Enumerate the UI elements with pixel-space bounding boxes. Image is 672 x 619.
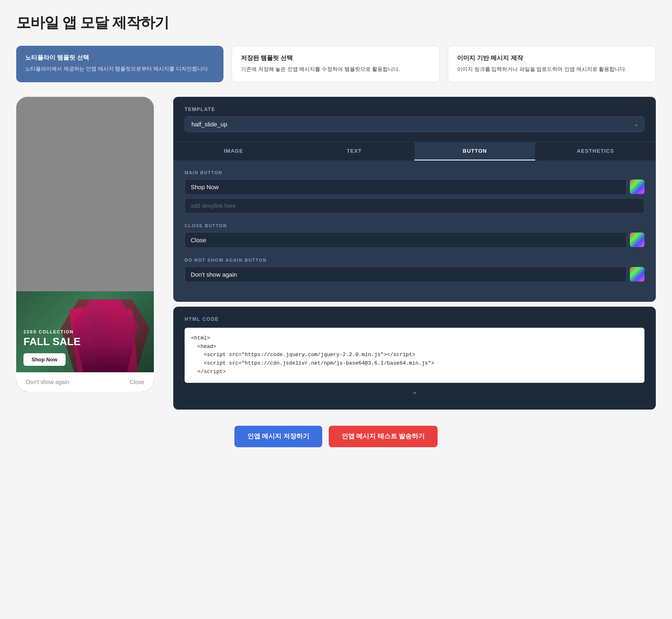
- template-select-wrapper: half_slide_up full_screen center_popup b…: [185, 116, 644, 132]
- option-card-saved[interactable]: 저장된 템플릿 선택 기존에 저장해 놓은 인앱 메시지를 수정하여 템플릿으로…: [232, 46, 440, 82]
- button-config: MAIN BUTTON CLOSE BUTTON DO NOT SHOW AGA…: [173, 160, 656, 302]
- main-button-input-row: [185, 179, 644, 195]
- config-panel: TEMPLATE half_slide_up full_screen cente…: [173, 97, 656, 142]
- html-code-section: HTML CODE <html> <head> <script src="htt…: [173, 307, 656, 410]
- do-not-show-button-label: DO NOT SHOW AGAIN BUTTON: [185, 258, 644, 263]
- ad-collection: 23SS COLLECTION: [23, 329, 81, 334]
- tab-button[interactable]: BUTTON: [415, 142, 535, 160]
- option-card-image-desc: 이미지 링크를 입력하거나 파일을 업로드하여 인앱 메시지로 활용합니다.: [457, 65, 646, 74]
- do-not-show-button-input-row: [185, 267, 644, 282]
- page-title: 모바일 앱 모달 제작하기: [16, 13, 656, 33]
- phone-top-gray: [16, 97, 154, 291]
- template-select[interactable]: half_slide_up full_screen center_popup b…: [185, 116, 644, 132]
- dont-show-again-link[interactable]: Don't show again: [26, 379, 69, 385]
- phone-ad-image: 23SS COLLECTION FALL SALE Shop Now: [16, 291, 154, 372]
- lipstick-3: [113, 309, 138, 372]
- phone-bottom-content: 23SS COLLECTION FALL SALE Shop Now Don't…: [16, 291, 154, 392]
- test-send-button[interactable]: 인앱 메시지 테스트 발송하기: [329, 426, 438, 447]
- ad-text-block: 23SS COLLECTION FALL SALE Shop Now: [23, 329, 81, 366]
- tab-text[interactable]: TEXT: [294, 142, 415, 160]
- main-button-text-input[interactable]: [185, 179, 627, 195]
- option-card-saved-desc: 기존에 저장해 놓은 인앱 메시지를 수정하여 템플릿으로 활용합니다.: [241, 65, 430, 74]
- close-button-text-input[interactable]: [185, 232, 627, 248]
- tab-image[interactable]: IMAGE: [173, 142, 294, 160]
- close-button-input-row: [185, 232, 644, 248]
- html-code-label: HTML CODE: [185, 316, 644, 322]
- option-card-image[interactable]: 이미지 기반 메시지 제작 이미지 링크를 입력하거나 파일을 업로드하여 인앱…: [448, 46, 656, 82]
- option-card-notifly-desc: 노티플라이에서 제공하는 인앱 메시지 템플릿으로부터 메시지를 디자인합니다.: [25, 65, 215, 73]
- template-label: TEMPLATE: [185, 107, 644, 112]
- option-card-notifly[interactable]: 노티플라이 템플릿 선택 노티플라이에서 제공하는 인앱 메시지 템플릿으로부터…: [16, 46, 223, 82]
- option-card-notifly-title: 노티플라이 템플릿 선택: [25, 54, 215, 62]
- html-code-box[interactable]: <html> <head> <script src="https://code.…: [185, 328, 644, 383]
- bottom-buttons: 인앱 메시지 저장하기 인앱 메시지 테스트 발송하기: [16, 426, 656, 447]
- phone-mockup: 23SS COLLECTION FALL SALE Shop Now Don't…: [16, 97, 154, 392]
- ad-title: FALL SALE: [23, 336, 81, 348]
- do-not-show-button-section: DO NOT SHOW AGAIN BUTTON: [185, 258, 644, 282]
- option-cards: 노티플라이 템플릿 선택 노티플라이에서 제공하는 인앱 메시지 템플릿으로부터…: [16, 46, 656, 82]
- tab-aesthetics[interactable]: AESTHETICS: [535, 142, 656, 160]
- save-button[interactable]: 인앱 메시지 저장하기: [234, 426, 322, 447]
- lipstick-2: [96, 301, 121, 372]
- close-link[interactable]: Close: [130, 379, 144, 385]
- main-button-color-picker[interactable]: [630, 179, 644, 194]
- close-button-section: CLOSE BUTTON: [185, 223, 644, 248]
- option-card-saved-title: 저장된 템플릿 선택: [241, 54, 430, 62]
- do-not-show-button-text-input[interactable]: [185, 267, 627, 282]
- option-card-image-title: 이미지 기반 메시지 제작: [457, 54, 646, 62]
- main-button-label: MAIN BUTTON: [185, 170, 644, 175]
- right-panel: TEMPLATE half_slide_up full_screen cente…: [173, 97, 656, 410]
- preview-panel: 23SS COLLECTION FALL SALE Shop Now Don't…: [16, 97, 162, 392]
- phone-footer: Don't show again Close: [16, 372, 154, 392]
- ad-shop-button[interactable]: Shop Now: [23, 353, 66, 366]
- close-button-label: CLOSE BUTTON: [185, 223, 644, 228]
- expand-icon[interactable]: ⌄: [185, 383, 644, 400]
- main-button-section: MAIN BUTTON: [185, 170, 644, 213]
- tabs-bar: IMAGE TEXT BUTTON AESTHETICS: [173, 142, 656, 160]
- close-button-color-picker[interactable]: [630, 233, 644, 247]
- do-not-show-button-color-picker[interactable]: [630, 267, 644, 282]
- deeplink-input[interactable]: [185, 198, 644, 213]
- main-area: 23SS COLLECTION FALL SALE Shop Now Don't…: [16, 97, 656, 410]
